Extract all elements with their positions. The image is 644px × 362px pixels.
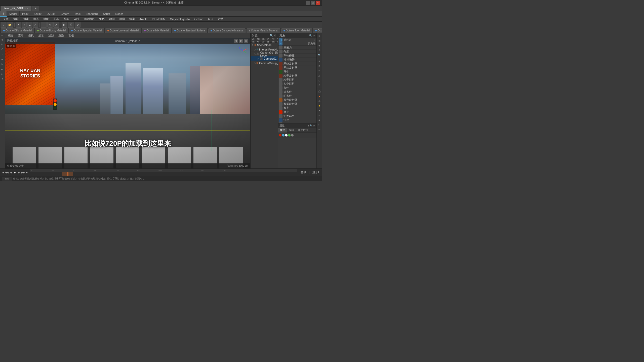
vmenu-view[interactable]: 视图 — [6, 33, 16, 38]
vp-btn-3[interactable]: ⊞ — [244, 39, 248, 43]
vp-btn-2[interactable]: ◧ — [239, 39, 243, 43]
menu-arnold[interactable]: Arnold — [137, 17, 149, 21]
maximize-button[interactable]: □ — [311, 1, 315, 5]
attr-icon-7[interactable]: ⊞ — [317, 64, 322, 68]
settings-icon[interactable]: ⚙ — [274, 34, 276, 37]
menu-render[interactable]: 渲染 — [127, 17, 137, 21]
search-icon-2[interactable]: 🔍 — [309, 34, 312, 37]
tl-btn-play[interactable]: ▶ — [13, 170, 17, 174]
mat-tab-node-editor[interactable]: Octane Node Editor — [313, 28, 322, 33]
vmenu-camera[interactable]: 摄机 — [26, 33, 36, 38]
tool-edge[interactable]: ─ — [0, 57, 5, 62]
obj-multigroup[interactable]: 多个群组 — [278, 82, 316, 86]
attr-icon-15[interactable]: ⚡ — [317, 104, 322, 108]
mat-tab-metallic[interactable]: Octane Metallic Material — [247, 28, 280, 33]
attr-icon-20[interactable]: ✏ — [317, 127, 322, 132]
mat-tab-composite[interactable]: Octane Composite Material — [208, 28, 246, 33]
tool-z[interactable]: Z — [27, 22, 32, 28]
menu-mode[interactable]: 模式 — [31, 17, 41, 21]
tab-file[interactable]: jietou_4K_30F.fbx ✕ — [1, 6, 31, 11]
vmenu-look[interactable]: 查看 — [16, 33, 26, 38]
tool-render[interactable]: 🎬 — [68, 22, 74, 28]
attr-icon-1[interactable]: ⊞ — [317, 34, 322, 38]
menu-octane[interactable]: Octane — [192, 17, 205, 21]
vp-btn-1[interactable]: ⚙ — [234, 39, 238, 43]
mode-script[interactable]: Script — [100, 11, 113, 17]
tab-close-icon[interactable]: ✕ — [27, 7, 29, 10]
tree-item-group[interactable]: ▷ ⊞ CameraGroup_1 — [251, 61, 278, 65]
mat-tab-glossy[interactable]: Octane Glossy Material — [35, 28, 68, 33]
obj-time-cond[interactable]: 的条件 — [278, 94, 316, 98]
timeline-track[interactable]: 0 30 60 90 120 150 180 210 240 270 — [30, 169, 297, 176]
tree-item-camera-node[interactable]: ▷ 🎥 Camera01_2Node Node — [251, 52, 278, 56]
obj-wind[interactable]: 风力场 — [278, 42, 316, 46]
tool-extrude[interactable]: ⬆ — [0, 76, 5, 81]
menu-object[interactable]: 对象 — [41, 17, 51, 21]
tool-open[interactable]: 📂 — [7, 22, 13, 28]
tl-btn-next[interactable]: ▶▶ — [21, 170, 25, 174]
tl-btn-start[interactable]: |◀ — [1, 170, 5, 174]
obj-collision-cond[interactable]: 碰条件 — [278, 90, 316, 94]
tool-move-lt[interactable]: ✥ — [0, 38, 5, 42]
obj-condition[interactable]: 条件 — [278, 86, 316, 90]
attr-icon-8[interactable]: ✏ — [317, 69, 322, 73]
menu-tool[interactable]: 工具 — [51, 17, 61, 21]
tool-render-settings[interactable]: ⚙ — [75, 22, 80, 28]
menu-simulate[interactable]: 模拟 — [117, 17, 127, 21]
obj-tab-file[interactable]: 文件 — [251, 38, 256, 43]
viewport[interactable]: 透视视图 Camera01_2Node ↗ ⚙ ◧ ⊞ RAY BA — [5, 38, 250, 168]
mode-sculpt[interactable]: Sculpt — [31, 11, 44, 17]
attr-icon-16[interactable]: ✦ — [317, 108, 322, 113]
mat-tab-diffuse[interactable]: Octane Diffuse Material — [1, 28, 34, 33]
menu-greyscale[interactable]: Greyscalegorilla — [168, 17, 192, 21]
attr-icon-9[interactable]: △ — [317, 73, 322, 78]
mode-model[interactable]: Model — [7, 11, 20, 17]
tl-btn-next-frame[interactable]: ▶ — [17, 170, 21, 174]
gear-icon-2[interactable]: ⚙ — [313, 34, 315, 37]
search-icon[interactable]: 🔍 — [270, 34, 273, 37]
menu-mesh[interactable]: 网格 — [61, 17, 71, 21]
mode-nodes[interactable]: Nodes — [113, 11, 126, 17]
tl-btn-prev-frame[interactable]: ◀ — [9, 170, 13, 174]
obj-number[interactable]: 数字 — [278, 106, 316, 110]
menu-mograph[interactable]: 运动图形 — [82, 17, 97, 21]
menu-edit[interactable]: 编辑 — [11, 17, 21, 21]
attr-icon-3[interactable]: ◈ — [317, 43, 322, 48]
obj-tab-edit[interactable]: 编辑 — [256, 38, 261, 43]
tool-poly[interactable]: □ — [0, 62, 5, 66]
attr-icon-11[interactable]: ⊙ — [317, 83, 322, 87]
prop-tab-userdata[interactable]: 用户数据 — [296, 128, 310, 132]
tool-x[interactable]: X — [16, 22, 21, 28]
mode-groom[interactable]: Groom — [58, 11, 72, 17]
menu-create[interactable]: 创建 — [21, 17, 31, 21]
obj-color-map[interactable]: 颜色映射器 — [278, 98, 316, 102]
obj-lookat[interactable]: 注视 — [278, 118, 316, 122]
mat-tab-mix[interactable]: Octane Mix Material — [142, 28, 171, 33]
tree-item-camera[interactable]: ▷ 🎥 Camera01_2Node — [251, 56, 278, 61]
vmenu-render-vp[interactable]: 渲染 — [56, 33, 66, 38]
attr-icon-19[interactable]: ✂ — [317, 123, 322, 127]
tool-all[interactable]: A — [33, 22, 38, 28]
close-button[interactable]: ✕ — [316, 1, 320, 5]
minimize-button[interactable]: ─ — [306, 1, 310, 5]
mat-tab-toon[interactable]: Octane Toon Material — [281, 28, 312, 33]
tree-item-scenenode[interactable]: ▼ ⊞ SceneNode — [251, 43, 278, 47]
mode-standard[interactable]: Standard — [84, 11, 101, 17]
attr-icon-12[interactable]: ◯ — [317, 89, 322, 94]
obj-pgroup[interactable]: 粒子群组 — [278, 78, 316, 82]
tool-rotate[interactable]: ↻ — [47, 22, 53, 28]
prop-search-icon[interactable]: 🔍 — [310, 124, 312, 127]
attr-icon-17[interactable]: ⊙ — [317, 113, 322, 118]
prop-tab-mode[interactable]: 模式 — [278, 128, 287, 132]
tool-y[interactable]: Y — [22, 22, 27, 28]
tool-pointer[interactable]: ↖ — [0, 33, 5, 38]
prop-tab-edit[interactable]: 编辑 — [287, 128, 296, 132]
menu-window[interactable]: 窗口 — [206, 17, 215, 21]
obj-emitter-mesh[interactable]: 网格发射器 — [278, 66, 316, 70]
tool-render-preview[interactable]: ▶ — [62, 22, 67, 28]
attr-icon-18[interactable]: ◈ — [317, 118, 322, 122]
obj-switch-group[interactable]: 切换群组 — [278, 114, 316, 118]
obj-gravity[interactable]: 重力场 ● — [278, 38, 316, 42]
tl-btn-prev[interactable]: ◀◀ — [5, 170, 9, 174]
tool-knife[interactable]: ✂ — [0, 72, 5, 76]
